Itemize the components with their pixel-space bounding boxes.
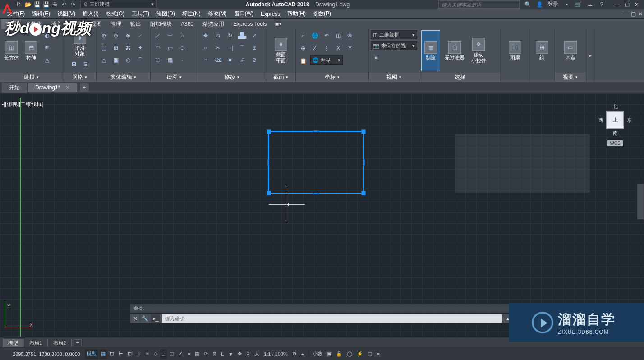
ribbon-tab-parametric[interactable]: 参数化 <box>21 19 46 29</box>
smooth-object-button[interactable]: ◗ 平滑 对象 <box>70 30 89 58</box>
panel-title-select[interactable]: 选择 <box>419 73 500 82</box>
group-button[interactable]: ⊞ 组 <box>533 30 552 71</box>
point-icon[interactable]: · <box>177 55 188 65</box>
panel-title-section[interactable]: 截面 <box>266 73 295 82</box>
a360-icon[interactable]: ☁ <box>586 1 593 8</box>
trim-icon[interactable]: ✂ <box>212 42 223 53</box>
menu-dim[interactable]: 标注(N) <box>179 10 204 18</box>
model-space-toggle[interactable]: 模型 <box>85 349 98 359</box>
ucs-3p-icon[interactable]: ⋮ <box>321 43 332 54</box>
ucs-icon[interactable]: ⌐ <box>298 30 308 41</box>
cmd-prompt-icon[interactable]: ▸_ <box>151 314 160 323</box>
visual-style-dropdown[interactable]: ◫ 二维线框 ▾ <box>371 30 417 39</box>
separate-icon[interactable]: ⌘ <box>123 42 133 53</box>
gizmo-status-icon[interactable]: ✥ <box>236 349 244 359</box>
ucs-origin-icon[interactable]: ⊕ <box>298 43 308 54</box>
ribbon-tab-express[interactable]: Express Tools <box>229 20 271 28</box>
signin-icon[interactable]: 👤 <box>536 1 543 8</box>
nav-bar-handle[interactable] <box>637 184 644 220</box>
base-button[interactable]: ▭ 基点 <box>561 30 580 71</box>
arc-icon[interactable]: ◠ <box>152 42 163 53</box>
extend-icon[interactable]: →| <box>225 42 235 53</box>
fillet-icon[interactable]: ⌒ <box>237 42 248 53</box>
filter-status-icon[interactable]: ▼ <box>226 349 235 359</box>
exchange-icon[interactable]: 🛒 <box>575 1 582 8</box>
ucs-prev-icon[interactable]: ↶ <box>321 30 332 41</box>
ribbon-tab-a360[interactable]: A360 <box>176 20 198 28</box>
layout2-tab[interactable]: 布局2 <box>48 339 72 347</box>
panel-title-modeling[interactable]: 建模 <box>0 73 63 82</box>
command-input[interactable]: 键入命令 <box>162 314 502 323</box>
taper-icon[interactable]: △ <box>98 55 109 65</box>
align-icon[interactable]: ⫽ <box>237 55 248 65</box>
panel-title-mesh[interactable]: 网格 <box>63 73 96 82</box>
ribbon-tab-addins[interactable]: 附加模块 <box>146 19 176 29</box>
polyline-icon[interactable]: 〰 <box>165 30 175 41</box>
doc-close-icon[interactable]: ✕ <box>637 10 644 18</box>
qat-print-icon[interactable]: 🖶 <box>51 1 59 8</box>
otrack-icon[interactable]: ∠ <box>177 349 185 359</box>
menu-view[interactable]: 视图(V) <box>54 10 79 18</box>
ribbon-tab-manage[interactable]: 管理 <box>106 19 126 29</box>
viewcube[interactable]: 北 西 上 东 南 WCS <box>593 102 638 161</box>
ucs-world-icon[interactable]: 🌐 <box>309 30 320 41</box>
subtract-icon[interactable]: ⊖ <box>110 30 121 41</box>
osnap-icon[interactable]: □ <box>160 349 167 359</box>
culling-button[interactable]: ▦ 剔除 <box>421 30 440 71</box>
viewcube-face[interactable]: 上 <box>606 111 624 129</box>
qat-undo-icon[interactable]: ↶ <box>60 1 68 8</box>
grip-bl[interactable] <box>267 191 271 195</box>
menu-help[interactable]: 帮助(H) <box>284 10 309 18</box>
offset-icon[interactable]: ≡ <box>200 55 211 65</box>
ribbon-tab-home[interactable]: 常用 <box>1 19 21 29</box>
mirror-icon[interactable]: ▟▙ <box>237 30 248 41</box>
ribbon-collapse-button[interactable]: ▣▾ <box>275 21 281 27</box>
circle-icon[interactable]: ○ <box>177 30 188 41</box>
menu-window[interactable]: 窗口(W) <box>230 10 257 18</box>
ucs-view-icon[interactable]: 👁 <box>345 30 355 41</box>
menu-edit[interactable]: 编辑(E) <box>28 10 54 18</box>
explode-icon[interactable]: ✸ <box>225 55 235 65</box>
scale-icon[interactable]: ⤢ <box>249 30 260 41</box>
shell-icon[interactable]: ◫ <box>98 42 109 53</box>
layers-button[interactable]: ≣ 图层 <box>506 30 524 71</box>
move-icon[interactable]: ✥ <box>200 30 211 41</box>
revolve-icon[interactable]: ◐ <box>41 30 52 41</box>
hwaccel-icon[interactable]: ⚡ <box>355 349 365 359</box>
array-icon[interactable]: ⊞ <box>249 42 260 53</box>
loft-icon[interactable]: ◬ <box>41 55 52 65</box>
panel-overflow[interactable]: ▸ <box>586 29 594 82</box>
cleanscreen-icon[interactable]: ▢ <box>366 349 374 359</box>
dynamic-input-icon[interactable]: ⊡ <box>126 349 133 359</box>
customize-status-icon[interactable]: ≡ <box>375 349 381 359</box>
autoscale-icon[interactable]: 人 <box>253 349 261 359</box>
3dsnap-icon[interactable]: ⊠ <box>211 349 218 359</box>
anno-monitor-icon[interactable]: + <box>299 349 306 359</box>
named-ucs-icon[interactable]: 📋 <box>298 55 308 66</box>
grid-toggle-icon[interactable]: ▦ <box>99 349 107 359</box>
menu-insert[interactable]: 插入(I) <box>79 10 102 18</box>
help-icon[interactable]: ? <box>598 1 605 8</box>
doc-maximize-icon[interactable]: ▢ <box>630 10 637 18</box>
new-doc-tab-button[interactable]: + <box>80 83 89 92</box>
ucs-x-icon[interactable]: X <box>333 43 344 54</box>
lockui-icon[interactable]: 🔒 <box>334 349 344 359</box>
menu-tools[interactable]: 工具(T) <box>128 10 153 18</box>
units-label[interactable]: 小数 <box>311 349 324 359</box>
infocenter-search-icon[interactable]: 🔍 <box>524 1 531 8</box>
offset-face-icon[interactable]: ◎ <box>123 55 133 65</box>
snap-icon[interactable]: ⊞ <box>108 349 116 359</box>
rectangle-icon[interactable]: ▭ <box>165 42 175 53</box>
menu-modify[interactable]: 修改(M) <box>204 10 230 18</box>
drawing-viewport[interactable]: -][俯视][二维线框] Y X 北 西 上 东 南 WCS 命令: ✕ <box>0 93 644 337</box>
close-icon[interactable]: ✕ <box>633 1 640 8</box>
hatch-icon[interactable]: ▤ <box>165 55 175 65</box>
union-icon[interactable]: ⊕ <box>98 30 109 41</box>
panel-title-solidedit[interactable]: 实体编辑 <box>97 73 150 82</box>
ribbon-tab-annotate[interactable]: 注释 <box>66 19 86 29</box>
qat-save-icon[interactable]: 💾 <box>33 1 41 8</box>
menu-express[interactable]: Express <box>257 11 284 17</box>
break-icon[interactable]: ⊘ <box>249 55 260 65</box>
ribbon-tab-output[interactable]: 输出 <box>126 19 146 29</box>
transparency-icon[interactable]: ▦ <box>193 349 201 359</box>
